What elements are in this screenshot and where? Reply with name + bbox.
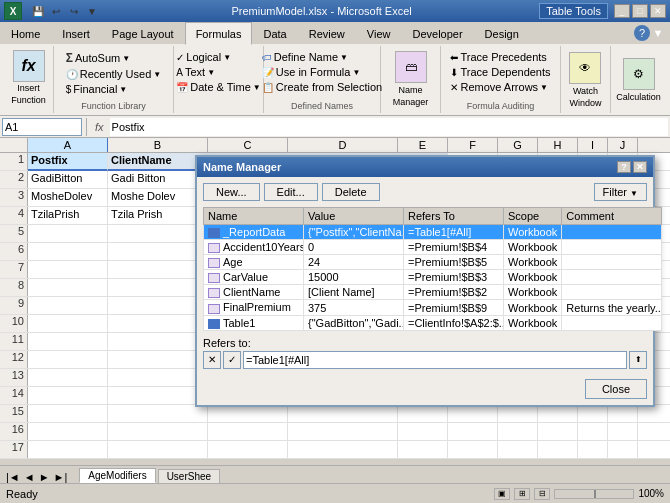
col-value: Value xyxy=(304,208,404,225)
refers-to-label: Refers to: xyxy=(203,337,647,349)
dialog-body: New... Edit... Delete Filter ▼ Name Valu… xyxy=(197,177,653,375)
filter-arrow-icon: ▼ xyxy=(630,189,638,198)
name-row[interactable]: FinalPremium375=Premium!$B$9WorkbookRetu… xyxy=(204,300,662,315)
dialog-title-buttons: ? ✕ xyxy=(617,161,647,173)
name-row[interactable]: CarValue15000=Premium!$B$3Workbook xyxy=(204,270,662,285)
name-row[interactable]: Table1{"GadBitton","Gadi...=ClientInfo!$… xyxy=(204,315,662,330)
dialog-overlay: Name Manager ? ✕ New... Edit... Delete F… xyxy=(0,0,670,503)
refers-to-confirm-icon[interactable]: ✓ xyxy=(223,351,241,369)
edit-button[interactable]: Edit... xyxy=(264,183,318,201)
refers-to-cancel-icon[interactable]: ✕ xyxy=(203,351,221,369)
refers-to-input[interactable] xyxy=(243,351,627,369)
name-row[interactable]: _ReportData{"Postfix","ClientNa...=Table… xyxy=(204,225,662,240)
refers-to-section: Refers to: ✕ ✓ ⬆ xyxy=(203,337,647,369)
dialog-help-button[interactable]: ? xyxy=(617,161,631,173)
close-dialog-button[interactable]: Close xyxy=(585,379,647,399)
filter-button[interactable]: Filter ▼ xyxy=(594,183,647,201)
name-manager-dialog: Name Manager ? ✕ New... Edit... Delete F… xyxy=(195,155,655,407)
dialog-close-button[interactable]: ✕ xyxy=(633,161,647,173)
name-row[interactable]: Accident10Years0=Premium!$B$4Workbook xyxy=(204,240,662,255)
dialog-title-text: Name Manager xyxy=(203,161,281,173)
delete-button[interactable]: Delete xyxy=(322,183,380,201)
col-refers-to: Refers To xyxy=(404,208,504,225)
refers-to-row: ✕ ✓ ⬆ xyxy=(203,351,647,369)
col-comment: Comment xyxy=(562,208,662,225)
refers-to-expand-icon[interactable]: ⬆ xyxy=(629,351,647,369)
name-row[interactable]: Age24=Premium!$B$5Workbook xyxy=(204,255,662,270)
names-table: Name Value Refers To Scope Comment _Repo… xyxy=(203,207,662,331)
dialog-footer: Close xyxy=(197,375,653,405)
name-row[interactable]: ClientName[Client Name]=Premium!$B$2Work… xyxy=(204,285,662,300)
new-button[interactable]: New... xyxy=(203,183,260,201)
col-scope: Scope xyxy=(504,208,562,225)
col-name: Name xyxy=(204,208,304,225)
dialog-toolbar: New... Edit... Delete Filter ▼ xyxy=(203,183,647,201)
dialog-title-bar: Name Manager ? ✕ xyxy=(197,157,653,177)
